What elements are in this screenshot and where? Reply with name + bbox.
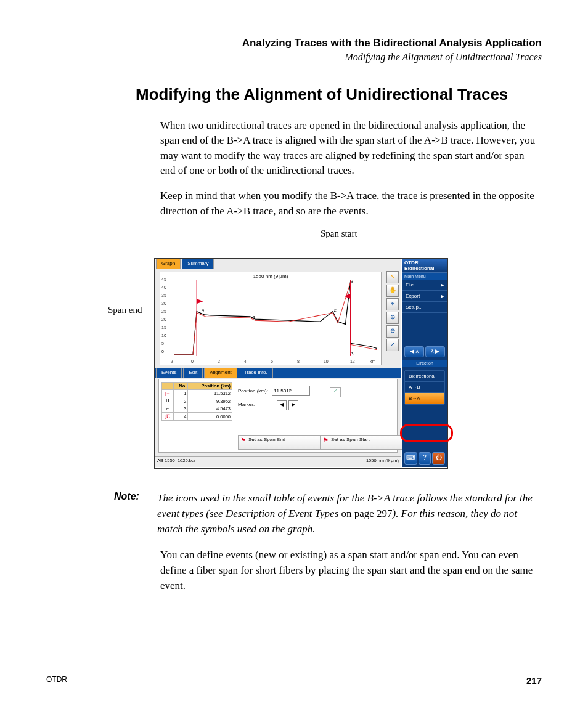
marker-prev-button[interactable]: ◀ bbox=[277, 400, 287, 410]
menu-file[interactable]: File▶ bbox=[402, 280, 447, 291]
marker-next-button[interactable]: ▶ bbox=[288, 400, 298, 410]
wavelength-prev-button[interactable]: ◀ λ bbox=[404, 346, 424, 357]
tab-summary[interactable]: Summary bbox=[182, 259, 214, 269]
status-bar: AB 1550_1625.bdr 1550 nm (9 µm) bbox=[155, 456, 401, 467]
events-table: No. Position (km) [→ 1 11.5312 Ⲡ 2 9.395… bbox=[161, 382, 232, 421]
section-heading: Modifying the Alignment of Unidirectiona… bbox=[46, 84, 542, 105]
svg-marker-3 bbox=[344, 294, 350, 299]
power-icon[interactable]: ⏻ bbox=[432, 452, 445, 465]
footer-page-number: 217 bbox=[526, 675, 542, 686]
position-label: Position (km): bbox=[238, 388, 268, 394]
table-row[interactable]: ⌐ 3 4.5473 bbox=[162, 405, 232, 413]
target-icon[interactable]: ⌖ bbox=[386, 298, 399, 310]
check-icon[interactable]: ✓ bbox=[330, 387, 341, 397]
event-type-icon: ⌐ bbox=[162, 405, 174, 413]
figure: Span start Span end Graph Summary 1550 n… bbox=[46, 229, 542, 475]
position-field: Position (km): ✓ bbox=[238, 386, 341, 397]
x-tick: 6 bbox=[271, 359, 273, 363]
x-tick: 10 bbox=[324, 359, 329, 363]
page-footer: OTDR 217 bbox=[46, 675, 542, 686]
position-input[interactable] bbox=[272, 386, 310, 396]
menu-setup[interactable]: Setup... bbox=[402, 302, 447, 313]
graph-area: 1550 nm (9 µm) 45 40 35 30 25 20 15 10 5… bbox=[160, 272, 382, 365]
app-sidebar: OTDR Bidirectional Main Menu File▶ Expor… bbox=[402, 259, 447, 467]
set-span-start-button[interactable]: ⚑ Set as Span Start bbox=[321, 435, 403, 450]
menu-label: Main Menu bbox=[402, 273, 447, 280]
x-tick: 8 bbox=[297, 359, 300, 363]
flag-icon: ⚑ bbox=[323, 437, 329, 444]
y-tick: 35 bbox=[161, 293, 166, 298]
direction-panel: Bidirectional A→B B→A bbox=[404, 370, 445, 405]
col-pos: Position (km) bbox=[188, 383, 232, 390]
wavelength-nav: ◀ λ λ ▶ bbox=[402, 344, 447, 360]
cursor-icon[interactable]: ↖ bbox=[386, 271, 399, 283]
table-row[interactable]: Ⲡ 2 9.3952 bbox=[162, 397, 232, 405]
keyboard-icon[interactable]: ⌨ bbox=[404, 452, 417, 465]
tab-events[interactable]: Events bbox=[156, 368, 182, 378]
svg-text:3: 3 bbox=[253, 315, 255, 320]
app-screenshot: Graph Summary 1550 nm (9 µm) 45 40 35 30… bbox=[154, 258, 448, 469]
y-tick: 5 bbox=[161, 341, 164, 346]
callout-span-end: Span end bbox=[108, 305, 142, 315]
running-head-subtitle: Modifying the Alignment of Unidirectiona… bbox=[46, 52, 542, 63]
x-tick: 12 bbox=[350, 359, 355, 363]
body-paragraph-3: You can define events (new or existing) … bbox=[46, 548, 542, 593]
y-tick: 20 bbox=[161, 317, 166, 322]
col-no: No. bbox=[174, 383, 188, 390]
event-type-icon: [→ bbox=[162, 390, 174, 397]
tabs-bottom: Events Edit Alignment Trace Info. bbox=[155, 368, 401, 378]
alignment-panel: No. Position (km) [→ 1 11.5312 Ⲡ 2 9.395… bbox=[158, 379, 398, 453]
graph-toolbar: ↖ ✋ ⌖ ⊕ ⊖ ⤢ bbox=[386, 271, 399, 352]
set-span-end-button[interactable]: ⚑ Set as Span End bbox=[238, 435, 321, 450]
trace-plot: 4 3 2 bbox=[174, 280, 377, 356]
zoom-out-icon[interactable]: ⊖ bbox=[386, 325, 399, 338]
tab-graph[interactable]: Graph bbox=[156, 259, 181, 269]
app-title: OTDR Bidirectional bbox=[402, 259, 447, 273]
tab-trace-info[interactable]: Trace Info. bbox=[239, 368, 273, 378]
tab-edit[interactable]: Edit bbox=[183, 368, 203, 378]
y-tick: 25 bbox=[161, 309, 166, 314]
y-tick: 15 bbox=[161, 325, 166, 330]
y-tick: 10 bbox=[161, 333, 166, 338]
event-type-icon: Ⲡ bbox=[162, 397, 174, 405]
direction-bidirectional[interactable]: Bidirectional bbox=[405, 371, 444, 382]
x-tick: 4 bbox=[244, 359, 247, 363]
status-wavelength: 1550 nm (9 µm) bbox=[366, 458, 399, 466]
x-tick: 0 bbox=[191, 359, 194, 363]
event-type-icon: ]Ⲡ bbox=[162, 413, 174, 421]
direction-label: Direction bbox=[402, 360, 447, 367]
help-icon[interactable]: ? bbox=[419, 452, 431, 465]
y-tick: 40 bbox=[161, 285, 166, 290]
status-file: AB 1550_1625.bdr bbox=[157, 458, 196, 466]
svg-marker-2 bbox=[197, 299, 203, 304]
note-body: The icons used in the small table of eve… bbox=[157, 491, 542, 537]
footer-product: OTDR bbox=[46, 675, 67, 686]
table-row[interactable]: ]Ⲡ 4 0.0000 bbox=[162, 413, 232, 421]
callout-span-start: Span start bbox=[321, 229, 357, 239]
y-tick: 30 bbox=[161, 301, 166, 306]
y-tick: 45 bbox=[161, 277, 166, 282]
note-label: Note: bbox=[114, 491, 157, 537]
body-paragraph-2: Keep in mind that when you modify the B-… bbox=[46, 189, 542, 219]
wavelength-next-button[interactable]: λ ▶ bbox=[425, 346, 445, 357]
flag-icon: ⚑ bbox=[240, 437, 246, 444]
table-row[interactable]: [→ 1 11.5312 bbox=[162, 390, 232, 397]
tab-alignment[interactable]: Alignment bbox=[204, 368, 237, 378]
header-rule bbox=[46, 67, 542, 67]
direction-ba[interactable]: B→A bbox=[405, 393, 444, 404]
zoom-in-icon[interactable]: ⊕ bbox=[386, 312, 399, 324]
note: Note: The icons used in the small table … bbox=[46, 491, 542, 537]
callout-tick-span-start bbox=[319, 240, 324, 240]
x-tick: km bbox=[370, 359, 375, 363]
hand-icon[interactable]: ✋ bbox=[386, 285, 399, 297]
x-tick: 2 bbox=[218, 359, 220, 363]
menu-export[interactable]: Export▶ bbox=[402, 291, 447, 302]
tabs-top: Graph Summary bbox=[155, 259, 401, 269]
chevron-right-icon: ▶ bbox=[441, 283, 444, 288]
chevron-right-icon: ▶ bbox=[441, 294, 444, 299]
y-tick: 0 bbox=[161, 349, 164, 354]
body-paragraph-1: When two unidirectional traces are opene… bbox=[46, 118, 542, 179]
fit-icon[interactable]: ⤢ bbox=[386, 339, 399, 351]
svg-text:4: 4 bbox=[202, 307, 204, 313]
direction-ab[interactable]: A→B bbox=[405, 382, 444, 393]
